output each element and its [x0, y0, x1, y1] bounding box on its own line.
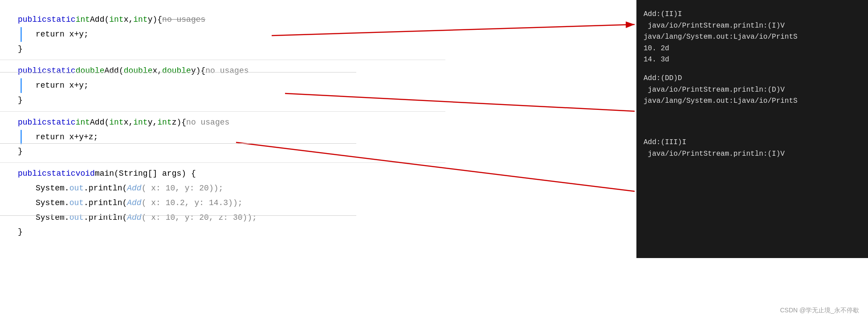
- code-line-5: return x+y;: [0, 78, 445, 93]
- type-int-1: int: [76, 13, 90, 26]
- code-line-8: return x+y+z;: [0, 130, 445, 145]
- keyword-static: static: [47, 13, 76, 26]
- code-line-4: public static double Add( double x, doub…: [0, 64, 445, 78]
- divider-3: [0, 215, 356, 216]
- watermark: CSDN @学无止境_永不停歇: [780, 307, 859, 315]
- code-line-11: System.out.println(Add( x: 10, y: 20));: [0, 181, 445, 196]
- dark-section-1: Add:(II)I java/io/PrintStream.println:(I…: [644, 9, 861, 66]
- dark-line-2: java/io/PrintStream.println:(I)V: [644, 20, 861, 32]
- method-add-1: Add(: [90, 13, 109, 26]
- code-block-2: public static double Add( double x, doub…: [0, 60, 445, 111]
- dark-section-3: Add:(III)I java/io/PrintStream.println:(…: [644, 114, 861, 160]
- dark-line-5: 14. 3d: [644, 54, 861, 66]
- code-line-7: public static int Add( int x, int y, int…: [0, 115, 445, 130]
- dark-line-4: 10. 2d: [644, 43, 861, 55]
- code-line-12: System.out.println(Add( x: 10.2, y: 14.3…: [0, 196, 445, 210]
- param-int-y: int: [133, 116, 147, 129]
- code-line-14: }: [0, 225, 445, 239]
- code-line-3: }: [0, 42, 445, 57]
- type-double-1: double: [76, 65, 105, 77]
- dark-line-9: [644, 114, 861, 126]
- param-type-double-1: double: [124, 65, 153, 77]
- dark-line-1: Add:(II)I: [644, 9, 861, 20]
- no-usages-2: no usages: [205, 65, 249, 77]
- param-type-1: int: [109, 13, 123, 26]
- dark-panel: Add:(II)I java/io/PrintStream.println:(I…: [636, 0, 868, 258]
- divider-2: [0, 143, 356, 144]
- param-type-double-2: double: [162, 65, 191, 77]
- left-bar-1: [20, 27, 22, 42]
- dark-line-3: java/lang/System.out:Ljava/io/PrintS: [644, 32, 861, 43]
- no-usages-1: no usages: [162, 13, 205, 26]
- param-int-x: int: [109, 116, 123, 129]
- type-int-2: int: [76, 116, 90, 129]
- code-line-1: public static int Add( int x, int y){ no…: [0, 12, 445, 27]
- dark-line-8: java/lang/System.out:Ljava/io/PrintS: [644, 96, 861, 107]
- code-block-1: public static int Add( int x, int y){ no…: [0, 9, 445, 60]
- left-bar-3: [20, 130, 22, 145]
- code-line-13: System.out.println(Add( x: 10, y: 20, z:…: [0, 210, 445, 225]
- param-int-z: int: [157, 116, 171, 129]
- left-bar-2: [20, 78, 22, 93]
- code-line-6: }: [0, 93, 445, 108]
- code-line-9: }: [0, 144, 445, 159]
- dark-line-11: Add:(III)I: [644, 137, 861, 149]
- dark-line-7: java/io/PrintStream.println:(D)V: [644, 85, 861, 96]
- code-line-10: public static void main(String[] args) {: [0, 166, 445, 181]
- divider-1: [0, 72, 356, 73]
- code-block-3: public static int Add( int x, int y, int…: [0, 112, 445, 163]
- no-usages-3: no usages: [186, 116, 229, 129]
- dark-section-2: Add:(DD)D java/io/PrintStream.println:(D…: [644, 73, 861, 107]
- code-panel: public static int Add( int x, int y){ no…: [0, 0, 445, 319]
- dark-line-6: Add:(DD)D: [644, 73, 861, 85]
- param-type-2: int: [133, 13, 147, 26]
- dark-line-12: java/io/PrintStream.println:(I)V: [644, 149, 861, 160]
- code-line-2: return x+y;: [0, 27, 445, 42]
- code-block-4: public static void main(String[] args) {…: [0, 163, 445, 243]
- dark-line-10: [644, 125, 861, 137]
- keyword-public: public: [18, 13, 47, 26]
